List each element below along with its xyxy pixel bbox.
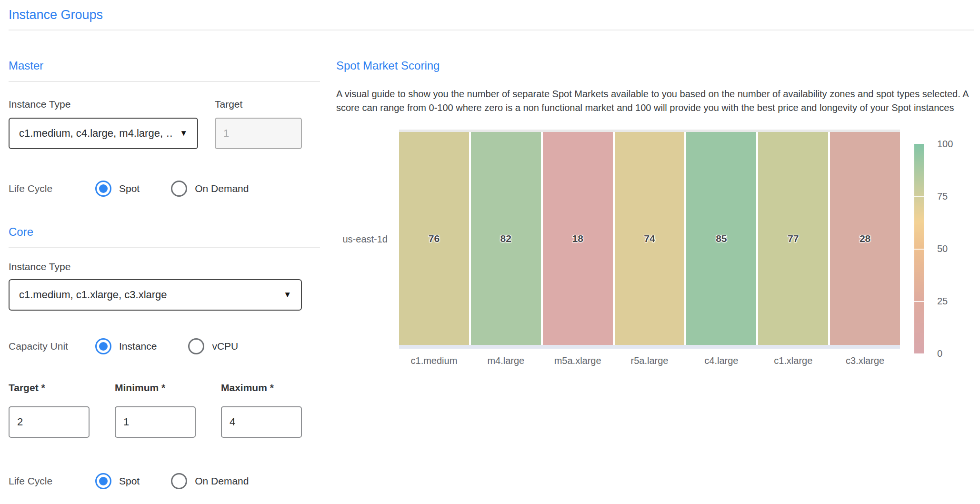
master-section-heading: Master [9,59,320,72]
colorbar-tick: 100 [937,139,953,150]
core-capacity-labels-row: Target * Minimum * Maximum * [9,382,320,394]
core-target-label: Target * [9,382,90,394]
x-axis-label: m4.large [471,355,541,366]
x-axis-label: c1.xlarge [758,355,828,366]
core-life-cycle-row: Life Cycle Spot On Demand [9,473,320,489]
spot-market-heatmap: us-east-1d 76 82 18 74 85 77 [336,130,980,366]
capacity-vcpu-radio-label: vCPU [212,341,238,352]
heatmap-colorbar: 100 75 50 25 0 [914,130,967,353]
core-life-cycle-label: Life Cycle [9,475,95,487]
master-spot-radio[interactable]: Spot [95,181,140,197]
capacity-vcpu-radio[interactable]: vCPU [188,338,238,354]
master-life-cycle-row: Life Cycle Spot On Demand [9,181,320,197]
instance-groups-form: Master Instance Type c1.medium, c4.large… [9,30,320,489]
radio-selected-icon [95,338,111,354]
master-target-label: Target [215,98,302,111]
core-spot-radio-label: Spot [119,475,140,487]
dropdown-arrow-icon: ▼ [173,129,188,138]
dropdown-arrow-icon: ▼ [277,290,291,300]
capacity-instance-radio-label: Instance [119,341,157,352]
master-spot-radio-label: Spot [119,183,140,194]
x-axis-label: r5a.large [615,355,685,366]
spot-market-scoring-heading: Spot Market Scoring [336,59,980,72]
master-instance-type-field: Instance Type c1.medium, c4.large, m4.la… [9,98,198,149]
core-on-demand-radio[interactable]: On Demand [171,473,249,489]
heatmap-cell-value: 28 [860,233,870,244]
core-target-input[interactable] [9,406,90,438]
master-fields-row: Instance Type c1.medium, c4.large, m4.la… [9,98,320,149]
heatmap-row-label: us-east-1d [336,130,399,349]
colorbar-separator [914,249,924,250]
master-section-divider [9,81,320,82]
colorbar-tick: 50 [937,243,948,254]
heatmap-cell-value: 76 [429,233,440,244]
heatmap-cell-value: 77 [788,233,799,244]
heatmap-cell: 82 [471,132,541,345]
main-content: Master Instance Type c1.medium, c4.large… [0,30,980,489]
master-life-cycle-label: Life Cycle [9,183,95,194]
radio-selected-icon [95,181,111,197]
colorbar-tick: 75 [937,191,948,202]
radio-unselected-icon [171,473,187,489]
colorbar-gradient [914,144,924,353]
core-instance-type-value: c1.medium, c1.xlarge, c3.xlarge [19,289,167,301]
heatmap-cell: 74 [615,132,685,345]
capacity-instance-radio[interactable]: Instance [95,338,157,354]
core-instance-type-label: Instance Type [9,261,320,273]
spot-market-scoring-panel: Spot Market Scoring A visual guide to sh… [336,30,980,366]
colorbar-separator [914,301,924,302]
core-capacity-inputs-row [9,406,320,438]
master-on-demand-radio[interactable]: On Demand [171,181,249,197]
radio-selected-icon [95,473,111,489]
x-axis-label: m5a.xlarge [543,355,613,366]
capacity-unit-label: Capacity Unit [9,341,95,352]
core-on-demand-radio-label: On Demand [195,475,249,487]
radio-unselected-icon [188,338,204,354]
core-spot-radio[interactable]: Spot [95,473,140,489]
heatmap-cell: 77 [758,132,828,345]
core-section-heading: Core [9,225,320,239]
master-instance-type-dropdown[interactable]: c1.medium, c4.large, m4.large, … ▼ [9,118,198,149]
master-instance-type-label: Instance Type [9,98,198,111]
heatmap-cell: 76 [399,132,469,345]
plot-background-strip [399,345,900,349]
capacity-unit-row: Capacity Unit Instance vCPU [9,338,320,354]
radio-unselected-icon [171,181,187,197]
heatmap-cell-value: 18 [572,233,583,244]
colorbar-separator [914,196,924,197]
core-maximum-label: Maximum * [221,382,302,394]
heatmap-cell: 85 [686,132,756,345]
x-axis-label: c1.medium [399,355,469,366]
x-axis-label: c3.xlarge [830,355,900,366]
core-minimum-input[interactable] [115,406,196,438]
colorbar-tick: 0 [937,348,942,359]
core-instance-type-dropdown[interactable]: c1.medium, c1.xlarge, c3.xlarge ▼ [9,279,302,311]
heatmap-cell: 28 [830,132,900,345]
heatmap-cell-value: 85 [716,233,727,244]
heatmap-cell-value: 74 [644,233,655,244]
master-target-field: Target [215,98,302,149]
heatmap-cell: 18 [543,132,613,345]
master-instance-type-value: c1.medium, c4.large, m4.large, … [19,127,173,140]
heatmap-x-axis-labels: c1.medium m4.large m5a.xlarge r5a.large … [399,355,900,366]
master-on-demand-radio-label: On Demand [195,183,249,194]
page-title: Instance Groups [9,7,980,23]
colorbar-tick: 25 [937,296,948,307]
x-axis-label: c4.large [686,355,756,366]
core-section-divider [9,247,320,248]
core-minimum-label: Minimum * [115,382,196,394]
heatmap-cells-row: 76 82 18 74 85 77 28 [399,132,900,345]
core-maximum-input[interactable] [221,406,302,438]
spot-market-scoring-description: A visual guide to show you the number of… [336,87,974,115]
heatmap-cell-value: 82 [500,233,511,244]
heatmap-plot-area: 76 82 18 74 85 77 28 c1.m [399,130,900,366]
master-target-input [215,118,302,149]
